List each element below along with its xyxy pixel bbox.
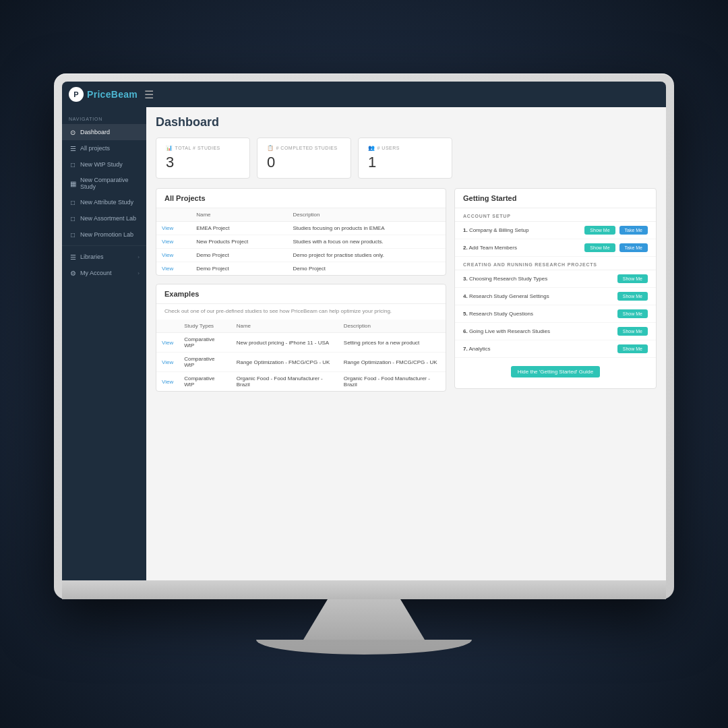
stat-value-total: 3 xyxy=(166,154,240,171)
libraries-icon: ☰ xyxy=(69,253,77,261)
ex-col-header-name: Name xyxy=(231,320,338,333)
hamburger-icon[interactable]: ☰ xyxy=(144,88,154,101)
getting-started-item: 2. Add Team MembersShow Me Take Me xyxy=(455,239,656,257)
ex-name: New product pricing - iPhone 11 - USA xyxy=(231,333,338,353)
all-projects-panel: All Projects Name Description xyxy=(156,188,446,276)
view-link-cell[interactable]: View xyxy=(156,262,191,276)
stat-value-completed: 0 xyxy=(267,154,341,171)
ex-name: Range Optimization - FMCG/CPG - UK xyxy=(231,353,338,372)
show-me-button[interactable]: Show Me xyxy=(584,226,615,235)
table-row: View New Products Project Studies with a… xyxy=(156,235,446,249)
ex-view-link[interactable]: View xyxy=(162,379,173,385)
ex-view-link[interactable]: View xyxy=(162,340,173,346)
all-projects-icon: ☰ xyxy=(69,144,77,152)
right-column: Getting Started ACCOUNT SETUP 1. Company… xyxy=(454,188,657,400)
hide-getting-started-button[interactable]: Hide the 'Getting Started' Guide xyxy=(511,366,600,377)
stat-label-total: 📊 TOTAL # STUDIES xyxy=(166,145,240,151)
stat-icon-completed: 📋 xyxy=(267,145,274,151)
sidebar-item-new-attribute-label: New Attribute Study xyxy=(80,199,140,206)
show-me-button[interactable]: Show Me xyxy=(617,344,648,353)
view-link[interactable]: View xyxy=(162,266,173,272)
all-projects-table: Name Description View EMEA Project Studi… xyxy=(156,208,446,275)
monitor-stand-neck xyxy=(303,599,425,640)
examples-description: Check out one of our pre-defined studies… xyxy=(156,304,446,320)
table-header-row: Name Description xyxy=(156,208,446,222)
take-me-button[interactable]: Take Me xyxy=(619,226,648,235)
getting-started-item: 7. AnalyticsShow Me xyxy=(455,340,656,358)
stats-row: 📊 TOTAL # STUDIES 3 📋 # COMPLETED STUDIE… xyxy=(156,138,657,179)
sidebar-item-all-projects[interactable]: ☰ All projects xyxy=(62,140,146,156)
show-me-button[interactable]: Show Me xyxy=(617,327,648,336)
sidebar-item-new-promotion-lab[interactable]: □ New Promotion Lab xyxy=(62,226,146,243)
gs-item-label: 4. Research Study General Settings xyxy=(463,293,613,299)
view-link-cell[interactable]: View xyxy=(156,235,191,249)
all-projects-title: All Projects xyxy=(156,189,446,208)
account-setup-items: 1. Company & Billing SetupShow Me Take M… xyxy=(455,222,656,257)
project-description: Studies with a focus on new products. xyxy=(287,235,446,249)
ex-view-link-cell[interactable]: View xyxy=(156,372,179,392)
sidebar-item-all-projects-label: All projects xyxy=(80,145,140,152)
main-area: NAVIGATION ⊙ Dashboard ☰ All projects □ xyxy=(62,107,666,580)
getting-started-item: 3. Choosing Research Study TypesShow Me xyxy=(455,270,656,288)
examples-title: Examples xyxy=(156,284,446,304)
project-name: Demo Project xyxy=(191,262,287,276)
ex-description: Range Optimization - FMCG/CPG - UK xyxy=(338,353,446,372)
stat-label-users: 👥 # USERS xyxy=(368,145,442,151)
ex-view-link-cell[interactable]: View xyxy=(156,353,179,372)
sidebar-item-new-assortment-lab[interactable]: □ New Assortment Lab xyxy=(62,210,146,226)
getting-started-item: 1. Company & Billing SetupShow Me Take M… xyxy=(455,222,656,239)
view-link-cell[interactable]: View xyxy=(156,249,191,262)
ex-study-type: Comparative WtP xyxy=(179,353,231,372)
project-name: New Products Project xyxy=(191,235,287,249)
stat-card-total-studies: 📊 TOTAL # STUDIES 3 xyxy=(156,138,250,179)
sidebar-item-libraries[interactable]: ☰ Libraries › xyxy=(62,249,146,265)
stat-icon-users: 👥 xyxy=(368,145,375,151)
ex-description: Organic Food - Food Manufacturer - Brazi… xyxy=(338,372,446,392)
view-link[interactable]: View xyxy=(162,239,173,245)
list-item: View Comparative WtP Organic Food - Food… xyxy=(156,372,446,392)
gs-item-label: 7. Analytics xyxy=(463,346,613,352)
project-description: Demo project for practise studies only. xyxy=(287,249,446,262)
ex-view-link[interactable]: View xyxy=(162,359,173,365)
sidebar-item-dashboard-label: Dashboard xyxy=(80,129,140,135)
top-bar: P PriceBeam ☰ xyxy=(62,82,666,107)
nav-section-label: NAVIGATION xyxy=(62,113,146,124)
dashboard-icon: ⊙ xyxy=(69,128,77,136)
show-me-button[interactable]: Show Me xyxy=(584,243,615,252)
show-me-button[interactable]: Show Me xyxy=(617,274,648,283)
list-item: View Comparative WtP Range Optimization … xyxy=(156,353,446,372)
show-me-button[interactable]: Show Me xyxy=(617,292,648,301)
ex-description: Setting prices for a new product xyxy=(338,333,446,353)
sidebar-item-new-comparative-study[interactable]: ▦ New Comparative Study xyxy=(62,173,146,194)
content-area: Dashboard 📊 TOTAL # STUDIES 3 xyxy=(146,107,666,580)
ex-view-link-cell[interactable]: View xyxy=(156,333,179,353)
take-me-button[interactable]: Take Me xyxy=(619,243,648,252)
stat-card-completed-studies: 📋 # COMPLETED STUDIES 0 xyxy=(257,138,351,179)
logo-text: PriceBeam xyxy=(87,89,138,100)
sidebar-item-new-attribute-study[interactable]: □ New Attribute Study xyxy=(62,194,146,210)
gs-item-label: 5. Research Study Questions xyxy=(463,311,613,317)
project-name: Demo Project xyxy=(191,249,287,262)
ex-study-type: Comparative WtP xyxy=(179,333,231,353)
view-link-cell[interactable]: View xyxy=(156,222,191,235)
view-link[interactable]: View xyxy=(162,225,173,231)
nav-divider-1 xyxy=(62,245,146,246)
table-row: View EMEA Project Studies focusing on pr… xyxy=(156,222,446,235)
table-row: View Demo Project Demo project for pract… xyxy=(156,249,446,262)
new-wtp-icon: □ xyxy=(69,160,77,169)
new-promotion-icon: □ xyxy=(69,231,77,239)
logo-price: Price xyxy=(87,89,111,100)
logo-beam: Beam xyxy=(111,89,138,100)
view-link[interactable]: View xyxy=(162,252,173,258)
page-title: Dashboard xyxy=(156,115,657,129)
sidebar-item-dashboard[interactable]: ⊙ Dashboard xyxy=(62,124,146,140)
monitor-stand-top xyxy=(62,580,666,599)
show-me-button[interactable]: Show Me xyxy=(617,309,648,318)
monitor: P PriceBeam ☰ NAVIGATION xyxy=(54,73,674,599)
gs-item-label: 1. Company & Billing Setup xyxy=(463,227,580,233)
sidebar-item-my-account-label: My Account xyxy=(80,270,134,276)
app-wrapper: P PriceBeam ☰ NAVIGATION xyxy=(62,82,666,580)
sidebar-item-new-wtp-study[interactable]: □ New WtP Study xyxy=(62,156,146,173)
sidebar-item-my-account[interactable]: ⚙ My Account › xyxy=(62,265,146,281)
ex-col-header-action xyxy=(156,320,179,333)
